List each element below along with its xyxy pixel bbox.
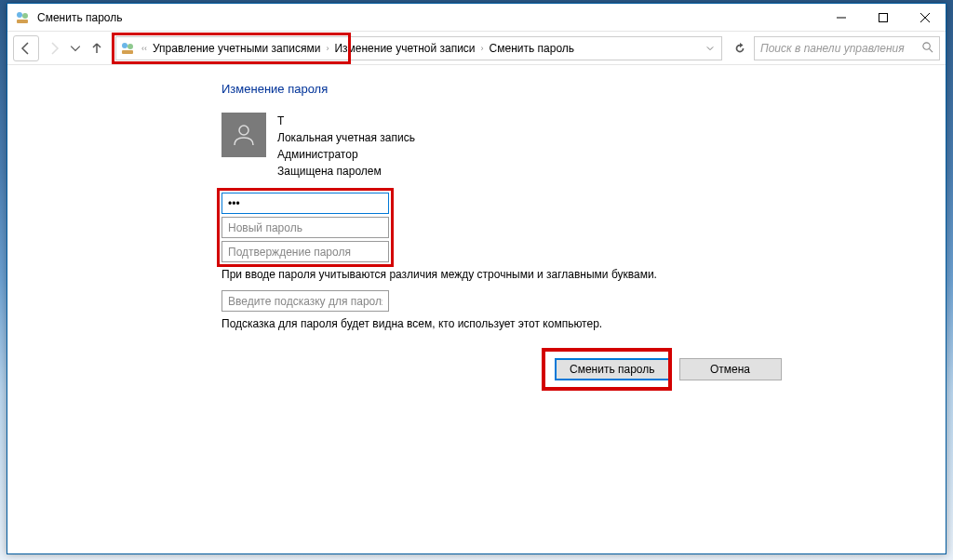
change-password-window: Сменить пароль ‹‹ Управление учетными за…: [7, 3, 946, 554]
page-heading: Изменение пароля: [221, 82, 923, 96]
password-hint-input[interactable]: [221, 290, 389, 312]
up-button[interactable]: [84, 35, 110, 61]
forward-button[interactable]: [41, 35, 67, 61]
svg-rect-2: [17, 20, 28, 23]
chevron-right-icon: ‹‹: [141, 44, 147, 53]
users-icon: [120, 41, 135, 56]
svg-rect-4: [879, 13, 887, 21]
chevron-right-icon: ›: [326, 44, 329, 53]
search-input[interactable]: [760, 42, 921, 55]
svg-point-12: [239, 126, 248, 135]
search-box[interactable]: [754, 36, 940, 60]
case-sensitive-note: При вводе пароля учитываются различия ме…: [221, 268, 923, 281]
svg-line-11: [929, 48, 933, 52]
new-password-input[interactable]: [221, 217, 389, 238]
maximize-button[interactable]: [862, 4, 904, 31]
button-row: Сменить пароль Отмена: [555, 358, 923, 380]
current-password-input[interactable]: [221, 193, 389, 214]
breadcrumb-item[interactable]: Изменение учетной записи: [331, 40, 477, 57]
cancel-button[interactable]: Отмена: [679, 358, 782, 380]
confirm-password-input[interactable]: [221, 241, 389, 262]
user-details: T Локальная учетная запись Администратор…: [277, 113, 415, 180]
recent-locations-button[interactable]: [69, 35, 82, 61]
svg-point-8: [128, 44, 133, 49]
breadcrumb-item[interactable]: Управление учетными записями: [150, 40, 323, 57]
titlebar: Сменить пароль: [7, 4, 946, 32]
breadcrumb-item[interactable]: Сменить пароль: [487, 40, 578, 57]
account-type: Локальная учетная запись: [277, 129, 415, 146]
user-role: Администратор: [277, 146, 415, 163]
user-avatar: [221, 113, 266, 157]
breadcrumb-bar[interactable]: ‹‹ Управление учетными записями › Измене…: [115, 36, 722, 60]
hint-visibility-note: Подсказка для пароля будет видна всем, к…: [221, 317, 923, 330]
search-icon: [921, 41, 933, 56]
user-name: T: [277, 113, 415, 129]
password-status: Защищена паролем: [277, 163, 415, 180]
chevron-right-icon: ›: [481, 44, 484, 53]
back-button[interactable]: [13, 35, 39, 61]
change-password-button[interactable]: Сменить пароль: [555, 358, 670, 380]
svg-point-7: [122, 43, 128, 48]
navigation-bar: ‹‹ Управление учетными записями › Измене…: [7, 32, 946, 65]
user-info-block: T Локальная учетная запись Администратор…: [221, 113, 923, 180]
content-area: Изменение пароля T Локальная учетная зап…: [7, 65, 946, 403]
refresh-button[interactable]: [728, 36, 752, 60]
breadcrumb-dropdown[interactable]: [703, 37, 718, 60]
minimize-button[interactable]: [820, 4, 862, 31]
svg-rect-9: [122, 50, 133, 54]
svg-point-10: [923, 42, 930, 48]
close-button[interactable]: [904, 4, 946, 31]
app-icon: [15, 10, 30, 25]
window-title: Сменить пароль: [37, 11, 820, 24]
window-controls: [820, 4, 946, 31]
svg-point-1: [22, 13, 28, 19]
password-fields-group: [221, 193, 389, 262]
svg-point-0: [17, 12, 22, 18]
